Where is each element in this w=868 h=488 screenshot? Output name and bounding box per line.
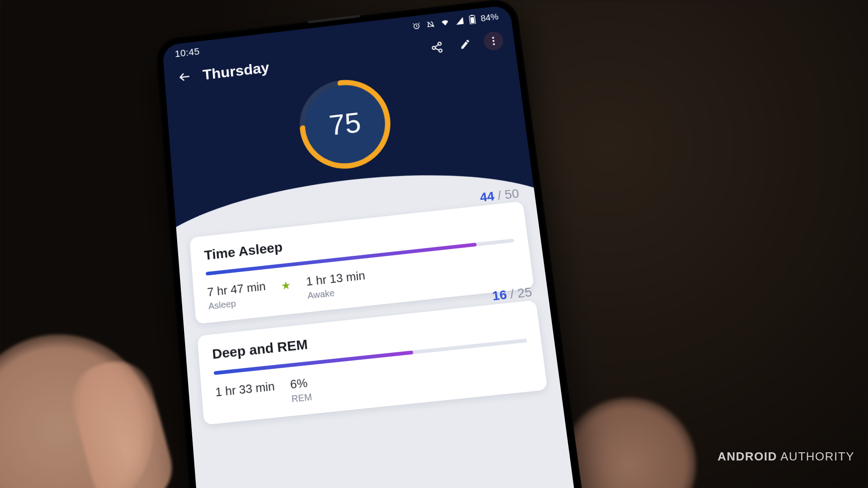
edit-button[interactable] — [454, 34, 476, 55]
svg-point-7 — [492, 37, 494, 39]
signal-icon — [455, 16, 465, 26]
deep-stat: 1 hr 33 min — [215, 379, 275, 400]
wifi-icon — [440, 18, 451, 27]
screen: 10:45 — [162, 5, 578, 488]
asleep-stat: 7 hr 47 min Asleep — [207, 279, 267, 312]
svg-point-8 — [492, 40, 495, 42]
svg-rect-2 — [470, 17, 474, 23]
svg-point-6 — [439, 49, 442, 52]
battery-icon — [469, 14, 476, 24]
status-time: 10:45 — [175, 46, 200, 60]
more-button[interactable] — [482, 31, 504, 52]
score-ring: 75 — [292, 71, 399, 178]
share-button[interactable] — [426, 37, 448, 58]
battery-percent: 84% — [480, 12, 499, 23]
watermark: ANDROID AUTHORITY — [717, 450, 854, 464]
awake-stat: 1 hr 13 min Awake — [306, 268, 367, 301]
rem-stat: 6% REM — [290, 375, 313, 405]
alarm-icon — [411, 21, 421, 31]
card-deep-rem[interactable]: 16 / 25 Deep and REM 1 hr 33 min 6% REM — [197, 300, 547, 425]
phone-device: 10:45 — [155, 0, 587, 488]
back-button[interactable] — [175, 66, 195, 87]
dnd-icon — [426, 19, 436, 29]
svg-point-9 — [493, 43, 495, 46]
time-asleep-score: 44 / 50 — [479, 186, 520, 205]
content-sheet[interactable]: 44 / 50 Time Asleep 7 hr 47 min Asleep ★ — [176, 191, 578, 488]
star-icon: ★ — [281, 279, 292, 292]
